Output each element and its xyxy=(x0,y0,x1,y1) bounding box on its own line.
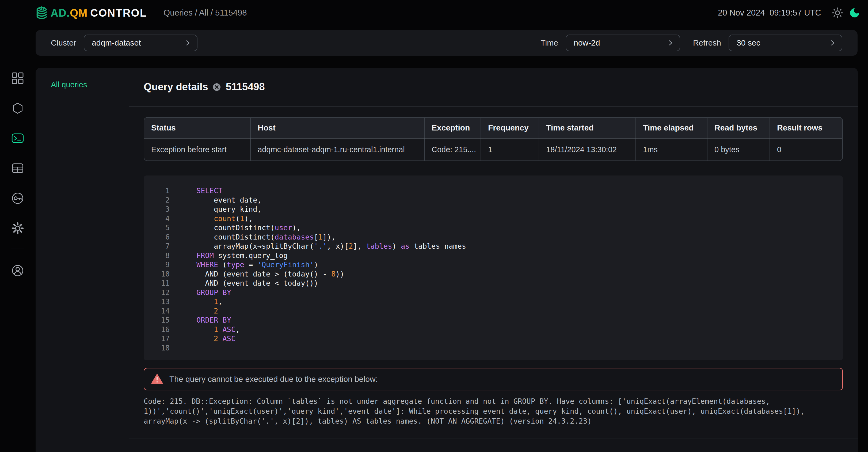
time-select[interactable]: now-2d xyxy=(566,34,680,51)
code-line: 7 arrayMap(x→splitByChar('.', x)[2], tab… xyxy=(144,242,843,251)
nodes-hexagon-icon[interactable] xyxy=(11,102,24,114)
breadcrumb[interactable]: Queries / All / 5115498 xyxy=(163,8,247,18)
code-line: 14 2 xyxy=(144,307,843,316)
column-header: Status xyxy=(144,118,250,138)
account-icon[interactable] xyxy=(11,264,24,277)
chevron-right-icon xyxy=(667,39,674,46)
bottom-divider xyxy=(129,439,858,439)
dashboard-icon[interactable] xyxy=(11,72,24,84)
warning-triangle-icon xyxy=(151,374,163,385)
refresh-select-value: 30 sec xyxy=(737,38,760,48)
close-icon[interactable] xyxy=(213,83,220,91)
code-line: 13 1, xyxy=(144,297,843,307)
page-title: Query details xyxy=(144,81,208,93)
time-label: Time xyxy=(540,38,558,48)
code-line: 10 AND (event_date > (today() - 8)) xyxy=(144,270,843,279)
table-cell: 1ms xyxy=(636,139,707,161)
table-cell: Exception before start xyxy=(144,139,250,161)
column-header: Read bytes xyxy=(707,118,770,138)
title-divider xyxy=(129,106,858,107)
cluster-select[interactable]: adqm-dataset xyxy=(84,34,197,51)
query-id: 5115498 xyxy=(226,81,265,93)
settings-gear-icon[interactable] xyxy=(11,222,24,234)
chevron-right-icon xyxy=(829,39,836,46)
top-header: AD.QMCONTROL Queries / All / 5115498 20 … xyxy=(36,0,868,26)
cluster-label: Cluster xyxy=(51,38,76,48)
refresh-select[interactable]: 30 sec xyxy=(728,34,842,51)
column-header: Host xyxy=(250,118,424,138)
column-header: Frequency xyxy=(480,118,538,138)
table-cell: Code: 215.... xyxy=(424,139,480,161)
table-cell: adqmc-dataset-adqm-1.ru-central1.interna… xyxy=(250,139,424,161)
summary-table-row: Exception before startadqmc-dataset-adqm… xyxy=(144,139,842,161)
code-line: 16 1 ASC, xyxy=(144,325,843,334)
column-header: Time elapsed xyxy=(636,118,707,138)
summary-table-head: StatusHostExceptionFrequencyTime started… xyxy=(144,118,842,139)
access-key-icon[interactable] xyxy=(11,192,24,204)
code-line: 6 countDistinct(databases[1]), xyxy=(144,232,843,242)
code-line: 17 2 ASC xyxy=(144,334,843,343)
chevron-right-icon xyxy=(184,39,191,46)
content: Query details 5115498 StatusHostExceptio… xyxy=(129,68,858,452)
queries-nav: All queries xyxy=(36,68,128,452)
column-header: Result rows xyxy=(770,118,843,138)
code-line: 9WHERE (type = 'QueryFinish') xyxy=(144,260,843,270)
sql-code: 1SELECT2 event_date,3 query_kind,4 count… xyxy=(144,186,843,352)
column-header: Time started xyxy=(538,118,636,138)
all-queries-link[interactable]: All queries xyxy=(51,80,87,89)
queries-terminal-icon[interactable] xyxy=(11,132,24,144)
logo-icon xyxy=(36,5,48,21)
cluster-select-value: adqm-dataset xyxy=(92,38,141,48)
refresh-label: Refresh xyxy=(693,38,721,48)
theme-light-sun-icon[interactable] xyxy=(832,7,843,19)
table-cell: 18/11/2024 13:30:02 xyxy=(538,139,636,161)
code-line: 5 countDistinct(user), xyxy=(144,223,843,232)
code-line: 11 AND (event_date < today()) xyxy=(144,279,843,288)
code-line: 12GROUP BY xyxy=(144,288,843,298)
summary-table: StatusHostExceptionFrequencyTime started… xyxy=(144,117,843,161)
exception-text: Code: 215. DB::Exception: Column `tables… xyxy=(144,396,805,426)
table-cell: 0 bytes xyxy=(707,139,770,161)
code-line: 1SELECT xyxy=(144,186,843,196)
code-line: 15ORDER BY xyxy=(144,316,843,325)
theme-dark-moon-icon[interactable] xyxy=(849,7,860,19)
code-line: 3 query_kind, xyxy=(144,205,843,214)
code-line: 18 xyxy=(144,343,843,353)
alert-text: The query cannot be executed due to the … xyxy=(169,374,378,384)
table-cell: 1 xyxy=(480,139,538,161)
code-line: 4 count(1), xyxy=(144,214,843,223)
main-panel: All queries Query details 5115498 Status… xyxy=(36,68,858,452)
column-header: Exception xyxy=(424,118,480,138)
left-icon-rail xyxy=(0,0,36,452)
app-logo[interactable]: AD.QMCONTROL xyxy=(36,5,147,21)
filters-bar: Cluster adqm-dataset Time now-2d Refresh… xyxy=(36,30,858,56)
utc-clock: 20 Nov 2024 09:19:57 UTC xyxy=(718,8,821,18)
title-row: Query details 5115498 xyxy=(144,81,265,93)
time-select-value: now-2d xyxy=(574,38,600,48)
tables-icon[interactable] xyxy=(11,162,24,174)
logo-text: AD.QMCONTROL xyxy=(51,7,147,19)
exception-alert: The query cannot be executed due to the … xyxy=(144,368,843,390)
code-line: 8FROM system.query_log xyxy=(144,251,843,260)
sql-code-block: 1SELECT2 event_date,3 query_kind,4 count… xyxy=(144,175,843,360)
rail-divider xyxy=(11,248,24,248)
table-cell: 0 xyxy=(770,139,843,161)
code-line: 2 event_date, xyxy=(144,196,843,205)
